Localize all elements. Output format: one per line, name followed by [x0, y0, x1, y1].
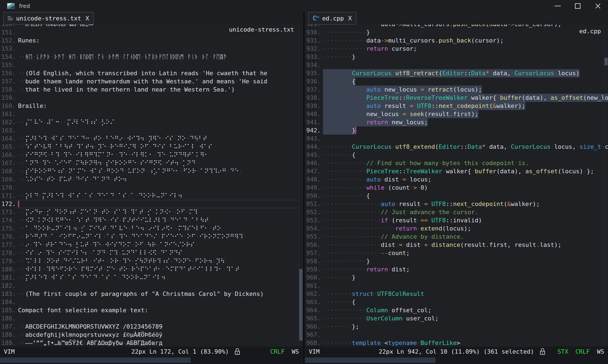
code-line[interactable]: 951.················auto·result·=·UTF8::…: [305, 200, 608, 208]
code-line[interactable]: 931.············data->multi_cursors.push…: [305, 37, 608, 45]
code-line[interactable]: 950.············{: [305, 192, 608, 200]
right-vertical-scroll-thumb[interactable]: [604, 58, 608, 65]
code-line[interactable]: 933.········}: [305, 53, 608, 61]
code-line[interactable]: 162.··⡌⠁⠧⠑·⠼⠁⠒··⡍⠜⠇⠑⠹⠰⠎·⡣⠕⠌: [0, 118, 303, 126]
code-line[interactable]: 952.················//·Just·advance·the·…: [305, 208, 608, 216]
code-line[interactable]: 155.: [0, 61, 303, 69]
code-line[interactable]: 166.··⠎⠊⠛⠝⠫·⠃⠹·⠹⠑·⠊⠇⠻⠛⠹⠍⠁⠝⠂·⠹⠑·⠊⠇⠻⠅⠂·⠹⠑·…: [0, 151, 303, 159]
code-line[interactable]: 963.········{: [305, 298, 608, 306]
code-line[interactable]: 936.········{: [305, 77, 608, 86]
code-line[interactable]: 188.··abcdefghijklmnopqrstuvwxyz·£©µÀÆÖÞ…: [0, 331, 303, 339]
code-line[interactable]: 181.··⡍⠜⠇⠑⠹·⠺⠁⠎·⠁⠎·⠙⠑⠁⠙·⠁⠎·⠁·⠙⠕⠕⠗⠤⠝⠁⠊⠇⠲: [0, 274, 303, 282]
code-line[interactable]: 167.··⠁⠝⠙·⠹⠑·⠡⠊⠑⠋·⠍⠳⠗⠝⠻⠲·⡎⠊⠗⠕⠕⠛⠑·⠎⠊⠛⠝⠫·⠊…: [0, 159, 303, 167]
code-line[interactable]: 946.············//·Find·out·how·many·byt…: [305, 159, 608, 167]
code-line[interactable]: 968.········template·<typename·BufferLik…: [305, 339, 608, 347]
code-line[interactable]: 935.········CursorLocus·utf8_retract(Edi…: [305, 69, 608, 77]
code-line[interactable]: 960.········}: [305, 274, 608, 282]
code-line[interactable]: 185.Compact·font·selection·example·text:: [0, 306, 303, 314]
code-line[interactable]: 964.············Column·offset_col;: [305, 306, 608, 314]
code-line[interactable]: 943.: [305, 135, 608, 143]
code-line[interactable]: 160.Braille:: [0, 102, 303, 110]
code-line[interactable]: 956.················dist·=·dist·+·distan…: [305, 241, 608, 249]
code-line[interactable]: 955.················//·Advance·by·distan…: [305, 233, 608, 241]
code-line[interactable]: 157.··bude·thaem·lande·northweardum·with…: [0, 77, 303, 86]
code-line[interactable]: 183.··(The·first·couple·of·paragraphs·of…: [0, 290, 303, 298]
code-line[interactable]: 954.····················return·extend(lo…: [305, 225, 608, 233]
left-horizontal-scrollbar[interactable]: [0, 356, 303, 364]
code-line[interactable]: 938.············PieceTree::ReverseTreeWa…: [305, 94, 608, 102]
code-line[interactable]: 186.: [0, 314, 303, 323]
code-line[interactable]: 164.··⡍⠜⠇⠑⠹·⠺⠁⠎·⠙⠑⠁⠙⠒·⠞⠕·⠃⠑⠛⠔·⠺⠊⠹⠲·⡹⠻⠑·⠊…: [0, 135, 303, 143]
code-line[interactable]: 187.··ABCDEFGHIJKLMNOPQRSTUVWXYZ·/012345…: [0, 323, 303, 331]
pane-divider[interactable]: [303, 12, 305, 364]
code-line[interactable]: 180.··⠺⠊⠇⠇·⠹⠻⠑⠋⠕⠗⠑·⠏⠻⠍⠊⠞·⠍⠑·⠞⠕·⠗⠑⠏⠑⠁⠞⠂·⠑…: [0, 265, 303, 274]
code-line[interactable]: 961.: [305, 282, 608, 290]
code-line[interactable]: 178.··⠊⠎·⠔·⠹⠑·⠎⠊⠍⠊⠇⠑⠆·⠁⠝⠙·⠍⠹·⠥⠝⠙⠁⠇⠇⠪⠫·⠙⠁…: [0, 249, 303, 257]
code-line[interactable]: 161.: [0, 110, 303, 118]
code-line[interactable]: 163.: [0, 126, 303, 135]
code-line[interactable]: 957.················--count;: [305, 249, 608, 257]
code-line[interactable]: 158.··that·he·lived·in·the·northern·land…: [0, 86, 303, 94]
code-line[interactable]: 948.············auto·dist·=·locus;: [305, 175, 608, 184]
code-line[interactable]: 929.················data->multi_cursors.…: [305, 25, 608, 28]
right-vertical-scrollbar[interactable]: [604, 25, 608, 347]
code-line[interactable]: 958.············}: [305, 257, 608, 265]
code-line[interactable]: 170.: [0, 184, 303, 192]
code-line[interactable]: 165.··⠱⠁⠞⠑⠧⠻·⠁⠃⠳⠞·⠹⠁⠞⠲·⡹⠑·⠗⠑⠛⠊⠌⠻·⠕⠋·⠙⠊⠎·…: [0, 143, 303, 151]
right-horizontal-scroll-thumb[interactable]: [305, 357, 435, 363]
code-line[interactable]: 179.··⠩⠁⠇⠇·⠝⠕⠞·⠙⠊⠌⠥⠗⠃·⠊⠞⠂·⠕⠗·⠹⠑·⡊⠳⠝⠞⠗⠹⠰⠎…: [0, 257, 303, 265]
tab-unicode-stress[interactable]: unicode-stress.txt X: [3, 12, 94, 25]
code-line[interactable]: 168.··⡎⠊⠗⠕⠕⠛⠑⠰⠎·⠝⠁⠍⠑·⠺⠁⠎·⠛⠕⠕⠙·⠥⠏⠕⠝·⠰⡡⠁⠝⠛…: [0, 167, 303, 175]
code-line[interactable]: 189.··–—‘“”„†•…‰™œŠŸž€·ΑΒΓΔΩαβγδω·АБВГДа…: [0, 339, 303, 347]
code-line[interactable]: 169.··⠡⠕⠎⠑·⠞⠕·⠏⠥⠞·⠙⠊⠎·⠙⠁⠝⠙·⠞⠕⠲: [0, 175, 303, 184]
code-line[interactable]: 184.: [0, 298, 303, 306]
code-line[interactable]: 174.··⠪⠝·⠅⠝⠪⠇⠫⠛⠑⠂·⠱⠁⠞·⠹⠻⠑·⠊⠎·⠏⠜⠞⠊⠊⠥⠇⠜⠇⠹·…: [0, 216, 303, 225]
tab-close-icon[interactable]: X: [348, 15, 352, 22]
code-line[interactable]: 959.············return·dist;: [305, 265, 608, 274]
code-line[interactable]: 175.··⠁·⠙⠕⠕⠗⠤⠝⠁⠊⠇⠲·⡊·⠍⠊⠣⠞·⠙⠁⠧⠑·⠃⠑⠲·⠔⠊⠇⠔⠫…: [0, 225, 303, 233]
code-line[interactable]: 173.··⡍⠔⠙⠖·⡊·⠙⠕⠝⠰⠞·⠍⠑⠁⠝·⠞⠕·⠎⠁⠹·⠹⠁⠞·⡊·⠅⠝⠪…: [0, 208, 303, 216]
left-vertical-scroll-thumb[interactable]: [299, 269, 302, 340]
left-vertical-scrollbar[interactable]: [299, 25, 303, 347]
tab-close-icon[interactable]: X: [85, 15, 89, 22]
line-text: ········};: [323, 323, 359, 331]
code-line[interactable]: 939.············auto·result·=·UTF8::next…: [305, 102, 608, 110]
whitespace-dot: ·: [128, 233, 131, 240]
code-line[interactable]: 937.············auto·new_locus·=·retract…: [305, 86, 608, 94]
right-horizontal-scrollbar[interactable]: [305, 356, 608, 364]
lock-icon[interactable]: [540, 348, 546, 355]
code-line[interactable]: 966.········};: [305, 323, 608, 331]
code-line[interactable]: 932.············return·cursor;: [305, 45, 608, 53]
code-line[interactable]: 949.············while·(count·>·0): [305, 184, 608, 192]
left-horizontal-scroll-thumb[interactable]: [0, 357, 191, 363]
code-line[interactable]: 965.············UserColumn·user_col;: [305, 314, 608, 323]
code-line[interactable]: 940.············new_locus·=·seek(result.…: [305, 110, 608, 118]
code-line[interactable]: 953.················if·(result·==·UTF8::…: [305, 216, 608, 225]
close-button[interactable]: [588, 0, 608, 12]
code-line[interactable]: 176.··⠗⠑⠛⠜⠙·⠁·⠊⠕⠋⠋⠔⠤⠝⠁⠊⠇·⠁⠎·⠹⠑·⠙⠑⠁⠙⠑⠌·⠏⠊…: [0, 233, 303, 241]
code-line[interactable]: 945.········{: [305, 151, 608, 159]
lock-icon[interactable]: [234, 348, 240, 355]
code-line[interactable]: 930.············}: [305, 28, 608, 37]
code-line[interactable]: 172.: [0, 200, 303, 208]
minimize-button[interactable]: [547, 0, 568, 12]
code-line[interactable]: 942.········}: [305, 126, 608, 135]
maximize-button[interactable]: [568, 0, 588, 12]
code-line[interactable]: 171.··⡕⠇⠙·⡍⠜⠇⠑⠹·⠺⠁⠎·⠁⠎·⠙⠑⠁⠙·⠁⠎·⠁·⠙⠕⠕⠗⠤⠝⠁…: [0, 192, 303, 200]
code-line[interactable]: 962.········struct·UTF8ColResult: [305, 290, 608, 298]
code-line[interactable]: 152.Runes:: [0, 37, 303, 45]
tab-ed-cpp[interactable]: C++ ed.cpp X: [308, 12, 356, 25]
code-line[interactable]: 941.············return·new_locus;: [305, 118, 608, 126]
left-editor[interactable]: 150.··እግርህን·በፍራሽህ·ልክ·ዘርጋ።151.152.Runes:1…: [0, 25, 303, 347]
code-line[interactable]: 177.··⠔·⠹⠑·⠞⠗⠁⠙⠑⠲·⡃⠥⠞·⠹⠑·⠺⠊⠎⠙⠕⠍·⠕⠋·⠳⠗·⠁⠝…: [0, 241, 303, 249]
code-line[interactable]: 182.: [0, 282, 303, 290]
code-line[interactable]: 944.········CursorLocus·utf8_extend(Edit…: [305, 143, 608, 151]
code-line[interactable]: 153.: [0, 45, 303, 53]
code-line[interactable]: 934.: [305, 61, 608, 69]
code-line[interactable]: 154.··ᚻᛖ·ᚳᚹᚫᚦ·ᚦᚫᛏ·ᚻᛖ·ᛒᚢᛞᛖ·ᚩᚾ·ᚦᚫᛗ·ᛚᚪᚾᛞᛖ·ᚾ…: [0, 53, 303, 61]
code-line[interactable]: 159.: [0, 94, 303, 102]
right-editor[interactable]: 929.················data->multi_cursors.…: [305, 25, 608, 347]
code-line[interactable]: 967.: [305, 331, 608, 339]
code-line[interactable]: 947.············PieceTree::TreeWalker·wa…: [305, 167, 608, 175]
code-line[interactable]: 156.··(Old·English,·which·transcribed·in…: [0, 69, 303, 77]
